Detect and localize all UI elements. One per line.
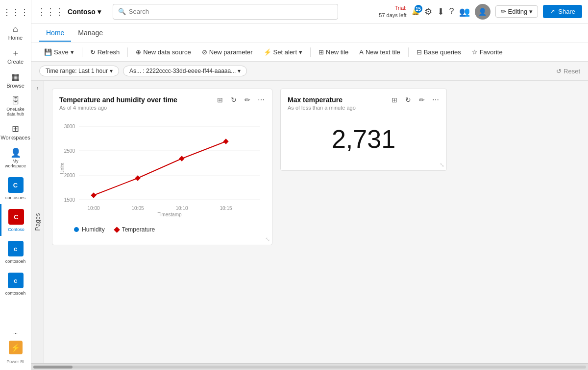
notification-bell[interactable]: 🔔 15 [412,8,419,15]
favorite-label: Favorite [480,48,503,56]
sidebar-more[interactable]: ... [0,325,31,339]
sidebar-bottom: ... ⚡ Power BI [0,325,31,366]
share-label: Share [558,8,575,15]
sidebar-onelake-label: OneLakedata hub [6,107,24,116]
metric-more-icon[interactable]: ⋯ [430,94,441,106]
save-chevron: ▾ [71,48,74,56]
refresh-icon: ↻ [90,48,96,56]
time-range-filter[interactable]: Time range: Last 1 hour ▾ [39,66,119,76]
tab-manage[interactable]: Manage [71,25,110,42]
pages-chevron[interactable]: › [37,85,39,92]
as-chevron: ▾ [238,68,241,74]
workspace-name-label: Contoso [68,8,96,16]
edit-pencil-icon: ✏ [501,8,506,15]
refresh-button[interactable]: ↻ Refresh [85,46,125,58]
svg-text:Timestamp: Timestamp [157,212,182,217]
favorite-button[interactable]: ☆ Favorite [467,46,508,58]
settings-icon[interactable]: ⚙ [424,6,432,17]
editing-button[interactable]: ✏ Editing ▾ [495,5,539,18]
svg-text:3000: 3000 [64,124,75,129]
chart-more-icon[interactable]: ⋯ [255,94,267,106]
app-icon-contoso: C [8,209,24,225]
metric-resize-handle[interactable]: ⤡ [440,162,444,168]
reset-button[interactable]: ↺ Reset [556,68,580,75]
resize-handle[interactable]: ⤡ [265,236,270,243]
sidebar-item-workspaces[interactable]: ⊞ Workspaces [0,120,31,144]
humidity-label: Humidity [82,226,105,233]
temperature-diamond [114,227,120,233]
time-range-label: Time range: Last 1 hour [46,68,108,74]
sidebar-item-browse[interactable]: ▦ Browse [0,69,31,92]
sidebar-app-contosoeh2[interactable]: c contosoeh [0,268,31,300]
apps-menu-icon[interactable]: ⋮⋮⋮ [37,6,64,17]
as-filter[interactable]: As... : 2222cccc-33dd-eeee-ff44-aaaaa...… [123,66,247,76]
avatar[interactable]: 👤 [475,4,490,20]
filter-chevron: ▾ [110,68,113,74]
sidebar-item-apps[interactable]: ⋮⋮⋮ [0,4,31,21]
workspaces-icon: ⊞ [12,124,19,133]
dashboard: Temperature and humidity over time As of… [44,81,588,363]
app-label-contosoeh1: contosoeh [5,259,26,264]
reset-label: Reset [564,68,580,75]
divider-2 [127,47,128,57]
save-label: Save [54,48,69,56]
sidebar-item-home[interactable]: ⌂ Home [0,21,31,45]
search-input[interactable] [129,8,333,15]
new-parameter-button[interactable]: ⊘ New parameter [197,46,258,58]
metric-value: 2,731 [332,115,395,163]
help-icon[interactable]: ? [449,6,454,17]
toolbar: 💾 Save ▾ ↻ Refresh ⊕ New data source ⊘ N… [31,43,588,62]
editing-label: Editing [508,8,528,15]
new-datasource-button[interactable]: ⊕ New data source [131,46,196,58]
base-queries-button[interactable]: ⊟ Base queries [412,46,466,58]
sidebar-app-contoso[interactable]: C Contoso [0,204,31,236]
main-content: ⋮⋮⋮ Contoso ▾ 🔍 Trial: 57 days left 🔔 15… [31,0,588,370]
sidebar: ⋮⋮⋮ ⌂ Home ＋ Create ▦ Browse 🗄 OneLakeda… [0,0,31,370]
app-label-contoso: Contoso [8,227,24,232]
chart-container: 3000 2500 2000 1500 Units 10:00 10:05 [59,115,265,222]
sidebar-item-create[interactable]: ＋ Create [0,45,31,69]
topbar-right: Trial: 57 days left 🔔 15 ⚙ ⬇ ? 👥 👤 ✏ Edi… [379,4,582,20]
search-box[interactable]: 🔍 [113,4,338,20]
sidebar-item-myworkspace[interactable]: 👤 Myworkspace [0,144,31,172]
svg-rect-16 [179,156,184,161]
line-chart-svg: 3000 2500 2000 1500 Units 10:00 10:05 [59,115,265,222]
download-icon[interactable]: ⬇ [437,6,444,17]
scrollbar-track[interactable] [33,366,586,369]
chart-edit-icon[interactable]: ✏ [242,94,253,106]
share-button[interactable]: ↗ Share [543,5,582,18]
chart-table-icon[interactable]: ⊞ [214,94,226,106]
humidity-dot [74,227,79,232]
as-label: As... : 2222cccc-33dd-eeee-ff44-aaaaa... [129,68,236,74]
share-people-icon[interactable]: 👥 [459,6,470,17]
save-button[interactable]: 💾 Save ▾ [39,46,79,58]
svg-text:Units: Units [60,163,65,174]
metric-table-icon[interactable]: ⊞ [389,94,400,106]
apps-grid-icon: ⋮⋮⋮ [2,8,29,17]
powerbi-label: Power BI [5,357,25,366]
sidebar-app-contosoeh1[interactable]: c contosoeh [0,236,31,268]
chart-refresh-icon[interactable]: ↻ [228,94,240,106]
scrollbar-thumb[interactable] [33,366,73,369]
trial-days: 57 days left [379,12,406,19]
new-text-button[interactable]: A New text tile [354,46,405,58]
svg-rect-17 [223,139,228,144]
chart-card: Temperature and humidity over time As of… [52,89,272,245]
pages-label: Pages [34,213,41,231]
sidebar-item-onelake[interactable]: 🗄 OneLakedata hub [0,92,31,120]
text-icon: A [359,48,364,56]
datasource-icon: ⊕ [136,48,141,56]
alert-icon: ⚡ [264,48,271,56]
metric-edit-icon[interactable]: ✏ [416,94,428,106]
base-queries-label: Base queries [424,48,461,56]
alert-chevron: ▾ [299,48,302,56]
tab-home[interactable]: Home [39,25,71,42]
metric-refresh-icon[interactable]: ↻ [402,94,414,106]
new-tile-button[interactable]: ⊞ New tile [314,46,353,58]
legend-temperature: Temperature [115,226,155,233]
create-icon: ＋ [11,48,20,57]
app-label-contosoes: contosoes [5,195,25,200]
sidebar-app-contosoes[interactable]: C contosoes [0,172,31,204]
set-alert-button[interactable]: ⚡ Set alert ▾ [259,46,307,58]
workspace-selector[interactable]: Contoso ▾ [68,8,101,16]
